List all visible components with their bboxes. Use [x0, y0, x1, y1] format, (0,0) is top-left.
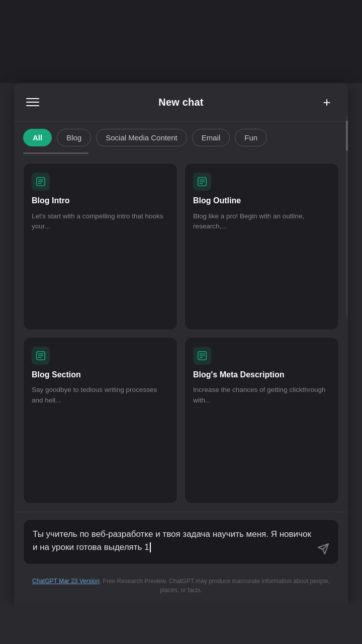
footer-disclaimer: ChatGPT Mar 23 Version. Free Research Pr… — [14, 572, 348, 604]
tab-blog[interactable]: Blog — [57, 129, 91, 146]
new-chat-button[interactable]: + — [318, 93, 336, 111]
card-desc-blog-intro: Let's start with a compelling intro that… — [32, 211, 169, 232]
tab-all[interactable]: All — [23, 129, 52, 146]
card-title-blog-section: Blog Section — [32, 370, 169, 380]
card-title-blog-outline: Blog Outline — [193, 196, 330, 206]
chat-header: New chat + — [14, 83, 348, 122]
card-icon-blog-intro — [32, 173, 50, 191]
filter-tabs: All Blog Social Media Content Email Fun — [14, 122, 348, 151]
tab-social[interactable]: Social Media Content — [96, 129, 187, 146]
card-blog-intro[interactable]: Blog Intro Let's start with a compelling… — [23, 163, 177, 330]
card-icon-blog-meta — [193, 347, 211, 365]
card-icon-blog-outline — [193, 173, 211, 191]
chatgpt-version-link[interactable]: ChatGPT Mar 23 Version — [32, 578, 100, 585]
cards-grid: Blog Intro Let's start with a compelling… — [14, 159, 348, 512]
message-input-text[interactable]: Ты учитель по веб-разработке и твоя зада… — [33, 528, 313, 553]
card-blog-outline[interactable]: Blog Outline Blog like a pro! Begin with… — [185, 163, 339, 330]
tab-scroll-indicator — [23, 152, 88, 154]
page-title: New chat — [158, 97, 203, 108]
chat-panel: New chat + All Blog Social Media Content… — [14, 83, 348, 604]
card-desc-blog-section: Say goodbye to tedious writing processes… — [32, 385, 169, 406]
message-input-box[interactable]: Ты учитель по веб-разработке и твоя зада… — [23, 519, 339, 565]
input-area: Ты учитель по веб-разработке и твоя зада… — [14, 512, 348, 572]
menu-button[interactable] — [26, 93, 44, 111]
card-blog-meta[interactable]: Blog's Meta Description Increase the cha… — [185, 337, 339, 504]
scrollbar-thumb[interactable] — [346, 121, 348, 151]
tab-fun[interactable]: Fun — [235, 129, 267, 146]
card-desc-blog-meta: Increase the chances of getting clickthr… — [193, 385, 330, 406]
card-blog-section[interactable]: Blog Section Say goodbye to tedious writ… — [23, 337, 177, 504]
send-button[interactable] — [315, 541, 331, 557]
card-title-blog-intro: Blog Intro — [32, 196, 169, 206]
card-title-blog-meta: Blog's Meta Description — [193, 370, 330, 380]
input-cursor — [150, 542, 151, 552]
disclaimer-body: . Free Research Preview. ChatGPT may pro… — [100, 578, 330, 594]
input-text-content: Ты учитель по веб-разработке и твоя зада… — [33, 529, 311, 552]
tab-email[interactable]: Email — [192, 129, 230, 146]
card-desc-blog-outline: Blog like a pro! Begin with an outline, … — [193, 211, 330, 232]
scrollbar-track — [346, 116, 348, 317]
disclaimer-text: ChatGPT Mar 23 Version. Free Research Pr… — [23, 577, 339, 595]
card-icon-blog-section — [32, 347, 50, 365]
